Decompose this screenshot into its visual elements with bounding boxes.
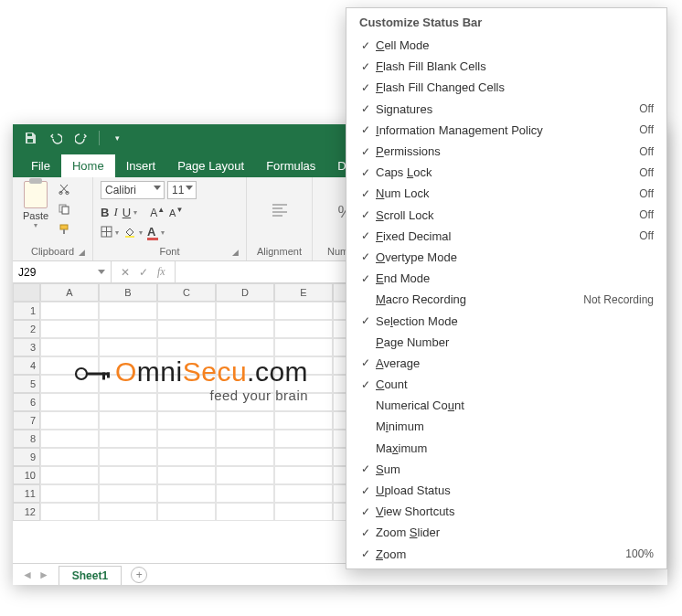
row-header[interactable]: 9: [13, 448, 40, 466]
cell[interactable]: [99, 302, 157, 320]
statusbar-option-overtype-mode[interactable]: ✓Overtype Mode: [346, 247, 666, 268]
alignment-icon[interactable]: [270, 200, 290, 225]
column-header[interactable]: C: [157, 283, 216, 302]
sheet-nav-next-icon[interactable]: ►: [38, 568, 49, 581]
fill-color-icon[interactable]: [123, 226, 136, 240]
cell[interactable]: [99, 338, 157, 356]
cell[interactable]: [40, 430, 99, 448]
statusbar-option-flash-fill-changed-cells[interactable]: ✓Flash Fill Changed Cells: [346, 77, 666, 98]
ribbon-tab-file[interactable]: File: [20, 154, 61, 177]
cell[interactable]: [274, 503, 333, 521]
cell[interactable]: [99, 411, 157, 430]
row-header[interactable]: 2: [13, 320, 40, 338]
cell[interactable]: [99, 484, 157, 503]
cell[interactable]: [216, 466, 274, 484]
cut-icon[interactable]: [55, 181, 73, 197]
format-painter-icon[interactable]: [55, 221, 73, 238]
italic-button[interactable]: I: [113, 205, 117, 219]
statusbar-option-permissions[interactable]: ✓PermissionsOff: [346, 141, 666, 162]
dialog-launcher-icon[interactable]: ◢: [232, 248, 239, 257]
ribbon-tab-home[interactable]: Home: [61, 154, 115, 177]
cell[interactable]: [40, 466, 99, 484]
cell[interactable]: [99, 430, 157, 448]
cell[interactable]: [99, 466, 157, 484]
row-header[interactable]: 8: [13, 430, 40, 448]
decrease-font-icon[interactable]: A▼: [169, 206, 183, 218]
statusbar-option-zoom[interactable]: ✓Zoom100%: [346, 544, 666, 565]
statusbar-option-cell-mode[interactable]: ✓Cell Mode: [346, 35, 666, 56]
redo-icon[interactable]: [73, 130, 90, 146]
row-header[interactable]: 7: [13, 411, 40, 430]
copy-icon[interactable]: [55, 201, 73, 218]
paste-button[interactable]: Paste ▾: [20, 181, 51, 229]
cell[interactable]: [40, 503, 99, 521]
statusbar-option-end-mode[interactable]: ✓End Mode: [346, 268, 666, 289]
cell[interactable]: [99, 503, 157, 521]
statusbar-option-flash-fill-blank-cells[interactable]: ✓Flash Fill Blank Cells: [346, 56, 666, 77]
sheet-tab[interactable]: Sheet1: [59, 566, 122, 585]
select-all-corner[interactable]: [13, 283, 40, 302]
ribbon-tab-formulas[interactable]: Formulas: [255, 154, 326, 177]
cell[interactable]: [216, 320, 274, 338]
enter-formula-icon[interactable]: ✓: [139, 266, 148, 279]
cell[interactable]: [40, 411, 99, 430]
cell[interactable]: [99, 320, 157, 338]
cell[interactable]: [274, 411, 333, 430]
font-size-combo[interactable]: 11: [167, 181, 197, 199]
statusbar-option-sum[interactable]: ✓Sum: [346, 459, 666, 480]
cell[interactable]: [157, 430, 216, 448]
statusbar-option-count[interactable]: ✓Count: [346, 374, 666, 395]
row-header[interactable]: 4: [13, 356, 40, 375]
cell[interactable]: [216, 302, 274, 320]
cell[interactable]: [157, 448, 216, 466]
statusbar-option-numerical-count[interactable]: Numerical Count: [346, 395, 666, 416]
dialog-launcher-icon[interactable]: ◢: [79, 248, 85, 257]
cell[interactable]: [274, 320, 333, 338]
row-header[interactable]: 1: [13, 302, 40, 320]
cell[interactable]: [99, 448, 157, 466]
cell[interactable]: [40, 302, 99, 320]
statusbar-option-caps-lock[interactable]: ✓Caps LockOff: [346, 162, 666, 183]
cell[interactable]: [274, 430, 333, 448]
cell[interactable]: [157, 503, 216, 521]
statusbar-option-information-management-policy[interactable]: ✓Information Management PolicyOff: [346, 120, 666, 141]
column-header[interactable]: E: [274, 283, 333, 302]
statusbar-option-average[interactable]: ✓Average: [346, 353, 666, 374]
column-header[interactable]: B: [99, 283, 157, 302]
increase-font-icon[interactable]: A▲: [150, 206, 165, 219]
statusbar-option-maximum[interactable]: Maximum: [346, 438, 666, 459]
statusbar-option-macro-recording[interactable]: Macro RecordingNot Recording: [346, 289, 666, 310]
statusbar-option-signatures[interactable]: ✓SignaturesOff: [346, 99, 666, 120]
column-header[interactable]: A: [40, 283, 99, 302]
row-header[interactable]: 11: [13, 484, 40, 503]
font-name-combo[interactable]: Calibri: [101, 181, 165, 199]
cell[interactable]: [157, 338, 216, 356]
row-header[interactable]: 3: [13, 338, 40, 356]
cell[interactable]: [40, 320, 99, 338]
row-header[interactable]: 5: [13, 375, 40, 393]
cell[interactable]: [157, 466, 216, 484]
statusbar-option-fixed-decimal[interactable]: ✓Fixed DecimalOff: [346, 226, 666, 247]
cell[interactable]: [274, 338, 333, 356]
undo-icon[interactable]: [48, 130, 64, 146]
cell[interactable]: [216, 338, 274, 356]
cell[interactable]: [274, 466, 333, 484]
font-color-icon[interactable]: A: [147, 225, 158, 240]
cell[interactable]: [157, 411, 216, 430]
underline-button[interactable]: U: [123, 206, 131, 219]
statusbar-option-num-lock[interactable]: ✓Num LockOff: [346, 183, 666, 204]
cell[interactable]: [157, 320, 216, 338]
ribbon-tab-insert[interactable]: Insert: [115, 154, 167, 177]
cell[interactable]: [157, 302, 216, 320]
row-header[interactable]: 10: [13, 466, 40, 484]
cell[interactable]: [216, 411, 274, 430]
cell[interactable]: [274, 484, 333, 503]
add-sheet-button[interactable]: +: [131, 567, 147, 583]
row-header[interactable]: 12: [13, 503, 40, 521]
statusbar-option-scroll-lock[interactable]: ✓Scroll LockOff: [346, 205, 666, 226]
qat-customize-icon[interactable]: ▾: [109, 130, 125, 146]
save-icon[interactable]: [22, 130, 38, 146]
cell[interactable]: [216, 448, 274, 466]
cell[interactable]: [274, 448, 333, 466]
borders-icon[interactable]: [101, 226, 112, 240]
